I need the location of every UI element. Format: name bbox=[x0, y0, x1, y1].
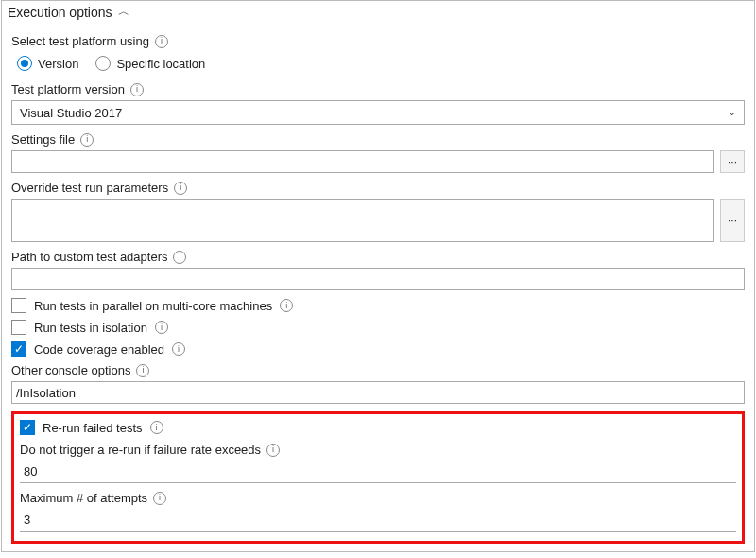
console-options-label: Other console options bbox=[11, 363, 130, 377]
console-options-group: Other console options i /InIsolation bbox=[11, 363, 745, 404]
rerun-highlight-box: ✓ Re-run failed tests i Do not trigger a… bbox=[11, 411, 745, 544]
info-icon[interactable]: i bbox=[136, 364, 149, 377]
radio-specific-location[interactable]: Specific location bbox=[95, 56, 205, 71]
panel-title: Execution options bbox=[8, 5, 112, 20]
chevron-up-icon: ︿ bbox=[118, 4, 129, 20]
platform-version-value: Visual Studio 2017 bbox=[20, 106, 122, 120]
chevron-down-icon: ⌄ bbox=[728, 106, 736, 118]
panel-header[interactable]: Execution options ︿ bbox=[2, 1, 754, 23]
settings-file-label: Settings file bbox=[11, 132, 75, 147]
info-icon[interactable]: i bbox=[172, 342, 185, 356]
coverage-check-row: ✓ Code coverage enabled i bbox=[11, 341, 745, 357]
settings-file-input[interactable] bbox=[11, 150, 714, 173]
isolation-label: Run tests in isolation bbox=[34, 321, 147, 335]
coverage-checkbox[interactable]: ✓ bbox=[11, 341, 26, 357]
override-params-input[interactable] bbox=[11, 199, 714, 242]
info-icon[interactable]: i bbox=[173, 251, 186, 264]
max-attempts-value: 3 bbox=[24, 513, 30, 527]
parallel-label: Run tests in parallel on multi-core mach… bbox=[34, 299, 272, 313]
radio-version[interactable]: Version bbox=[17, 56, 78, 71]
parallel-checkbox[interactable] bbox=[11, 298, 26, 313]
rerun-checkbox[interactable]: ✓ bbox=[20, 420, 35, 435]
failure-rate-value: 80 bbox=[24, 464, 37, 479]
platform-select-label: Select test platform using bbox=[11, 34, 149, 48]
radio-specific-label: Specific location bbox=[116, 57, 205, 71]
custom-adapters-input[interactable] bbox=[11, 268, 745, 290]
platform-radio-group: Version Specific location bbox=[17, 56, 745, 71]
info-icon[interactable]: i bbox=[153, 492, 166, 505]
panel-body: Select test platform using i Version Spe… bbox=[2, 23, 754, 551]
info-icon[interactable]: i bbox=[80, 133, 94, 147]
radio-icon bbox=[17, 56, 32, 71]
platform-version-group: Test platform version i Visual Studio 20… bbox=[11, 82, 745, 125]
execution-options-panel: Execution options ︿ Select test platform… bbox=[1, 0, 755, 552]
isolation-checkbox[interactable] bbox=[11, 320, 26, 335]
coverage-label: Code coverage enabled bbox=[34, 342, 164, 357]
override-params-label: Override test run parameters bbox=[11, 181, 168, 195]
max-attempts-label: Maximum # of attempts bbox=[20, 491, 147, 505]
expand-button[interactable]: ··· bbox=[720, 199, 745, 242]
info-icon[interactable]: i bbox=[155, 35, 168, 48]
settings-file-group: Settings file i ··· bbox=[11, 132, 745, 173]
info-icon[interactable]: i bbox=[130, 83, 144, 96]
platform-version-select[interactable]: Visual Studio 2017 ⌄ bbox=[11, 100, 745, 125]
info-icon[interactable]: i bbox=[174, 182, 187, 195]
console-options-value[interactable]: /InIsolation bbox=[16, 386, 76, 400]
rerun-label: Re-run failed tests bbox=[43, 421, 143, 435]
failure-rate-input[interactable]: 80 bbox=[20, 461, 736, 483]
isolation-check-row: Run tests in isolation i bbox=[11, 320, 745, 335]
failure-rate-label: Do not trigger a re-run if failure rate … bbox=[20, 443, 261, 457]
info-icon[interactable]: i bbox=[155, 321, 168, 334]
rerun-check-row: ✓ Re-run failed tests i bbox=[20, 420, 736, 435]
radio-icon bbox=[95, 56, 111, 71]
radio-version-label: Version bbox=[38, 57, 78, 71]
parallel-check-row: Run tests in parallel on multi-core mach… bbox=[11, 298, 745, 313]
custom-adapters-label: Path to custom test adapters bbox=[11, 250, 167, 264]
info-icon[interactable]: i bbox=[266, 444, 280, 457]
custom-adapters-group: Path to custom test adapters i bbox=[11, 250, 745, 290]
override-params-group: Override test run parameters i ··· bbox=[11, 181, 745, 242]
browse-button[interactable]: ··· bbox=[720, 150, 745, 173]
max-attempts-input[interactable]: 3 bbox=[20, 509, 736, 532]
info-icon[interactable]: i bbox=[280, 299, 293, 312]
platform-select-label-row: Select test platform using i bbox=[11, 34, 745, 48]
info-icon[interactable]: i bbox=[150, 421, 163, 434]
platform-version-label: Test platform version bbox=[11, 82, 125, 96]
